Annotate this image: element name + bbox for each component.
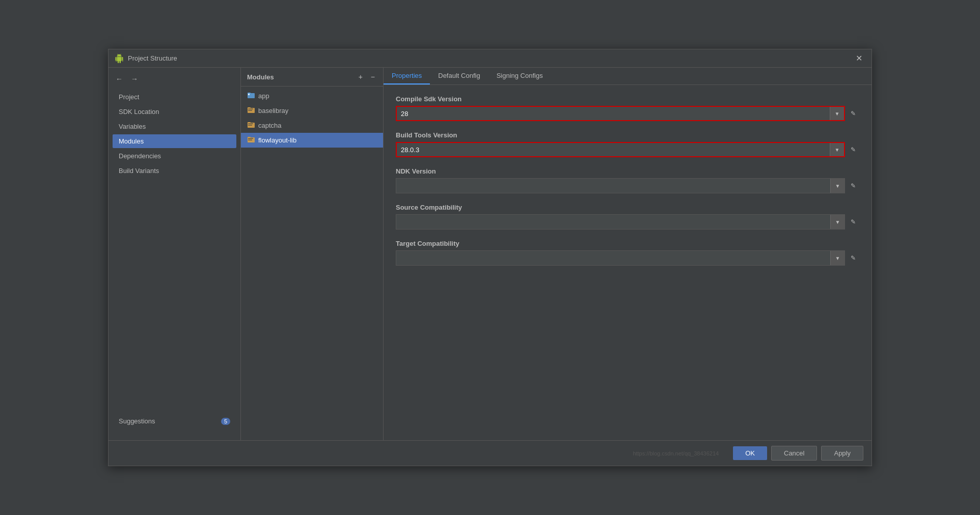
ndk-version-edit-icon[interactable]: ✎ [847, 178, 859, 193]
nav-back-forward: ← → [108, 72, 240, 86]
module-item-app[interactable]: app [241, 89, 383, 103]
module-item-flowlayout-lib[interactable]: flowlayout-lib [241, 133, 383, 148]
android-icon [115, 54, 124, 63]
apply-button[interactable]: Apply [821, 446, 863, 461]
title-bar-left: Project Structure [115, 54, 177, 63]
left-panel: ← → Project SDK Location Variables Modul… [108, 68, 241, 440]
folder-icon-baselibray [247, 106, 255, 116]
svg-rect-10 [248, 125, 252, 126]
nav-item-modules[interactable]: Modules [113, 134, 236, 148]
nav-item-build-variants[interactable]: Build Variants [113, 164, 236, 178]
ndk-version-dropdown-arrow[interactable]: ▼ [830, 179, 845, 193]
source-compat-label: Source Compatibility [396, 204, 859, 211]
folder-icon-captcha [247, 121, 255, 130]
target-compat-dropdown-wrapper: ▼ [396, 250, 845, 266]
build-tools-edit-icon[interactable]: ✎ [847, 142, 859, 157]
cancel-button[interactable]: Cancel [771, 446, 817, 461]
source-compat-dropdown-arrow[interactable]: ▼ [830, 215, 845, 229]
ok-button[interactable]: OK [733, 446, 767, 460]
compile-sdk-field-group: Compile Sdk Version ▼ ✎ [396, 95, 859, 121]
build-tools-label: Build Tools Version [396, 131, 859, 139]
nav-item-dependencies[interactable]: Dependencies [113, 149, 236, 163]
right-panel: Properties Default Config Signing Config… [384, 68, 872, 440]
forward-button[interactable]: → [128, 74, 141, 84]
project-structure-dialog: Project Structure ✕ ← → Project SDK Loca… [108, 49, 872, 466]
target-compat-field-group: Target Compatibility ▼ ✎ [396, 240, 859, 266]
svg-rect-5 [248, 108, 253, 109]
bottom-bar: https://blog.csdn.net/qq_38436214 OK Can… [108, 440, 872, 466]
ndk-version-label: NDK Version [396, 167, 859, 175]
source-compat-input-row: ▼ ✎ [396, 214, 859, 230]
close-button[interactable]: ✕ [853, 53, 865, 64]
svg-rect-13 [248, 138, 253, 139]
remove-module-button[interactable]: − [369, 72, 377, 82]
source-compat-edit-icon[interactable]: ✎ [847, 214, 859, 230]
compile-sdk-label: Compile Sdk Version [396, 95, 859, 103]
compile-sdk-dropdown-wrapper: ▼ [396, 106, 845, 121]
nav-item-sdk-location[interactable]: SDK Location [113, 105, 236, 119]
modules-title: Modules [247, 73, 274, 81]
modules-panel: Modules + − app [241, 68, 384, 440]
title-bar: Project Structure ✕ [108, 49, 872, 68]
compile-sdk-input[interactable] [397, 108, 830, 120]
build-tools-dropdown-wrapper: ▼ [396, 142, 845, 157]
content-area: ← → Project SDK Location Variables Modul… [108, 68, 872, 440]
tab-default-config[interactable]: Default Config [430, 68, 488, 84]
nav-item-variables[interactable]: Variables [113, 120, 236, 133]
folder-icon-flowlayout-lib [247, 135, 255, 145]
source-compat-field-group: Source Compatibility ▼ ✎ [396, 204, 859, 230]
build-tools-input-row: ▼ ✎ [396, 142, 859, 157]
ndk-version-input-row: ▼ ✎ [396, 178, 859, 193]
target-compat-dropdown-arrow[interactable]: ▼ [830, 251, 845, 265]
url-hint: https://blog.csdn.net/qq_38436214 [117, 450, 729, 456]
source-compat-dropdown-wrapper: ▼ [396, 214, 845, 230]
target-compat-edit-icon[interactable]: ✎ [847, 250, 859, 266]
svg-rect-2 [248, 94, 250, 95]
target-compat-input-row: ▼ ✎ [396, 250, 859, 266]
back-button[interactable]: ← [113, 74, 126, 84]
source-compat-input[interactable] [396, 216, 830, 228]
suggestions-badge: 5 [221, 418, 230, 425]
add-module-button[interactable]: + [357, 72, 365, 82]
module-list: app baselibray [241, 87, 383, 440]
modules-actions: + − [357, 72, 377, 82]
folder-icon-app [247, 91, 255, 101]
ndk-version-input[interactable] [396, 180, 830, 192]
build-tools-dropdown-arrow[interactable]: ▼ [830, 143, 844, 156]
module-item-baselibray[interactable]: baselibray [241, 103, 383, 118]
svg-rect-9 [248, 123, 253, 124]
modules-header: Modules + − [241, 68, 383, 87]
module-item-captcha[interactable]: captcha [241, 118, 383, 133]
compile-sdk-edit-icon[interactable]: ✎ [847, 106, 859, 121]
dialog-title: Project Structure [128, 54, 177, 62]
nav-item-project[interactable]: Project [113, 90, 236, 104]
tab-signing-configs[interactable]: Signing Configs [488, 68, 551, 84]
build-tools-field-group: Build Tools Version ▼ ✎ [396, 131, 859, 157]
tab-properties[interactable]: Properties [384, 68, 430, 84]
compile-sdk-input-row: ▼ ✎ [396, 106, 859, 121]
svg-rect-14 [248, 139, 252, 140]
ndk-version-dropdown-wrapper: ▼ [396, 178, 845, 193]
properties-content: Compile Sdk Version ▼ ✎ Build Tools Vers… [384, 85, 872, 440]
ndk-version-field-group: NDK Version ▼ ✎ [396, 167, 859, 193]
suggestions-section: Suggestions 5 [108, 412, 240, 430]
target-compat-input[interactable] [396, 252, 830, 264]
nav-item-suggestions[interactable]: Suggestions 5 [113, 414, 236, 428]
build-tools-input[interactable] [397, 144, 830, 156]
left-nav-items: Project SDK Location Variables Modules D… [108, 88, 240, 180]
target-compat-label: Target Compatibility [396, 240, 859, 247]
tabs-bar: Properties Default Config Signing Config… [384, 68, 872, 85]
compile-sdk-dropdown-arrow[interactable]: ▼ [830, 107, 844, 120]
svg-rect-6 [248, 110, 252, 111]
